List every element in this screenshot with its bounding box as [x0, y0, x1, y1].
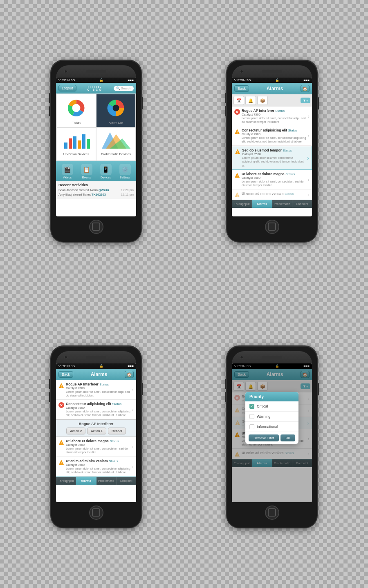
filter-popup: Priority ✓ Critical Warning Informationa…	[245, 392, 298, 444]
phone3-vol-up[interactable]	[49, 379, 50, 389]
phone3-title-1: Rogue AP Interferer Status	[66, 382, 130, 386]
alarm-status-1: Status	[275, 109, 285, 113]
alarm-arrow-1: ›	[308, 113, 310, 119]
videos-icon: 🎬	[62, 164, 73, 175]
phone3-warning-icon-1: !	[58, 383, 64, 388]
phone4-vol-down[interactable]	[225, 392, 226, 402]
alarm-content-5: Ut enim ad minim veniam Status	[242, 192, 306, 196]
icon-videos-label: Videos	[63, 176, 72, 179]
tile-updown[interactable]: Up/Down Devices	[57, 128, 96, 160]
phone4-top	[232, 351, 312, 363]
vol-down-btn[interactable]	[49, 106, 50, 116]
phone2-camera	[240, 70, 243, 73]
search-box[interactable]: 🔍 Search	[114, 86, 134, 91]
phone4-vol-up[interactable]	[225, 379, 226, 389]
icon-videos[interactable]: 🎬 Videos	[62, 164, 73, 179]
phone3-tab-throughput[interactable]: Throughput	[56, 477, 76, 485]
action1-button[interactable]: Action 1	[87, 428, 106, 434]
tile-problematic[interactable]: Problematic Devices	[96, 128, 135, 160]
icon-events[interactable]: 📋 Events	[81, 164, 92, 179]
events-icon: 📋	[81, 164, 92, 175]
critical-label: Critical	[257, 404, 268, 408]
svg-rect-6	[73, 136, 76, 149]
tab-throughput[interactable]: Throughput	[232, 200, 252, 208]
phone3-home-nav-btn[interactable]: 🏠	[125, 371, 134, 378]
phone2-bottom	[232, 216, 312, 237]
phone2-power[interactable]	[318, 97, 319, 109]
phone2-home-button[interactable]	[265, 220, 279, 234]
reboot-button[interactable]: Reboot	[108, 428, 126, 434]
filter-box-icon[interactable]: 📦	[257, 96, 268, 105]
phone3-tab-endpoint[interactable]: Endpoint	[117, 477, 136, 485]
svg-text:✕: ✕	[236, 110, 239, 114]
phone3-alarm-1[interactable]: ! Rogue AP Interferer Status Catalyst 75…	[56, 380, 136, 400]
alarm-item-5[interactable]: ! Ut enim ad minim veniam Status ›	[232, 189, 312, 200]
phone4-home-button[interactable]	[265, 506, 279, 520]
icon-devices[interactable]: 📱 Devices	[100, 164, 112, 179]
alarm-item-3[interactable]: ! Sed do eiusmod tempor Status Catalyst …	[232, 146, 312, 169]
phone3-device-2: Catalyst 7500	[66, 406, 130, 410]
phone3-power[interactable]	[142, 383, 143, 395]
alarm-warning-icon-4: !	[234, 172, 240, 178]
status-bar: VIRGIN 3G 🔒 ■■■	[56, 78, 136, 83]
phone3-home-button[interactable]	[89, 506, 103, 520]
phone4-power[interactable]	[318, 383, 319, 395]
remove-filter-button[interactable]: Remove Filter	[249, 434, 279, 441]
alarm-content-4: Ut labore et dolore magna Status Catalys…	[242, 172, 306, 187]
ok-button[interactable]: OK	[280, 434, 295, 441]
phone3-device-4: Catalyst 7500	[66, 463, 130, 467]
phone3-back-button[interactable]: Back	[58, 371, 73, 378]
camera	[64, 70, 67, 73]
phone3-content-1: Rogue AP Interferer Status Catalyst 7500…	[66, 382, 130, 397]
phone2-vol-up[interactable]	[225, 93, 226, 103]
tab-endpoint[interactable]: Endpoint	[292, 200, 312, 208]
filter-bell-icon[interactable]: 🔔	[245, 96, 256, 105]
svg-text:!: !	[61, 461, 62, 465]
phone3-tab-problematic[interactable]: Problematic	[96, 477, 117, 485]
phone3-content-4: Ut enim ad minim veniam Status Catalyst …	[66, 459, 130, 474]
tab-alarms[interactable]: Alarms	[252, 200, 272, 208]
tile-ticket[interactable]: Ticket	[57, 94, 96, 127]
tile-updown-label: Up/Down Devices	[63, 152, 90, 156]
phone3-signal: VIRGIN 3G	[58, 364, 75, 368]
power-btn[interactable]	[142, 97, 143, 109]
alarm-item-1[interactable]: ✕ Rogue AP Interferer Status Catalyst 75…	[232, 107, 312, 126]
phone3-desc-4: Lorem ipsum dolor sit amet, consectetur …	[66, 467, 130, 474]
alarm-status-2: Status	[288, 129, 297, 132]
popup-option-warning[interactable]: Warning	[245, 412, 298, 422]
logout-button[interactable]: Logout	[58, 85, 76, 91]
action2-button[interactable]: Action 2	[66, 428, 85, 434]
filter-add-button[interactable]: ▼+	[301, 98, 310, 103]
tab-problematic[interactable]: Problematic	[272, 200, 292, 208]
critical-checkbox[interactable]: ✓	[249, 404, 254, 409]
phone3-status-bar: VIRGIN 3G 🔒 ■■■	[56, 363, 136, 369]
phone3-alarm-3[interactable]: ! Ut labore et dolore magna Status Catal…	[56, 437, 136, 457]
tile-alarm[interactable]: Alarm List	[96, 94, 135, 127]
phone4-camera	[240, 356, 243, 359]
warning-checkbox[interactable]	[249, 414, 254, 419]
filter-calendar-icon[interactable]: 📅	[233, 96, 244, 105]
informational-checkbox[interactable]	[249, 424, 254, 429]
phone2-home-nav-btn[interactable]: 🏠	[301, 85, 310, 92]
popup-option-informational[interactable]: Informational	[245, 422, 298, 432]
phone2-back-button[interactable]: Back	[234, 85, 249, 92]
home-button[interactable]	[89, 220, 103, 234]
cisco-brand-top: ılıılı.	[88, 85, 103, 88]
icon-settings[interactable]: ⚙️ Settings	[119, 164, 131, 179]
vol-up-btn[interactable]	[49, 93, 50, 103]
phone2-nav-bar: Back Alarms 🏠	[232, 83, 312, 94]
phone2-vol-down[interactable]	[225, 106, 226, 116]
phone3-vol-down[interactable]	[49, 392, 50, 402]
phone3-alarm-2[interactable]: ✕ Consectetur adipisicing elit Status Ca…	[56, 400, 136, 419]
svg-rect-4	[64, 143, 67, 149]
phone3-title-4: Ut enim ad minim veniam Status	[66, 459, 130, 463]
alarm-title-3: Sed do eiusmod tempor Status	[242, 148, 305, 152]
alarm-item-2[interactable]: ! Consectetur adipisicing elit Status Ca…	[232, 126, 312, 146]
svg-rect-5	[69, 138, 72, 149]
popup-option-critical[interactable]: ✓ Critical	[245, 401, 298, 412]
alarm-warning-icon-2: !	[234, 129, 240, 134]
phone3-alarm-4[interactable]: ! Ut enim ad minim veniam Status Catalys…	[56, 457, 136, 477]
phone3-tab-alarms[interactable]: Alarms	[76, 477, 96, 485]
alarm-item-4[interactable]: ! Ut labore et dolore magna Status Catal…	[232, 170, 312, 189]
svg-point-3	[113, 105, 119, 111]
